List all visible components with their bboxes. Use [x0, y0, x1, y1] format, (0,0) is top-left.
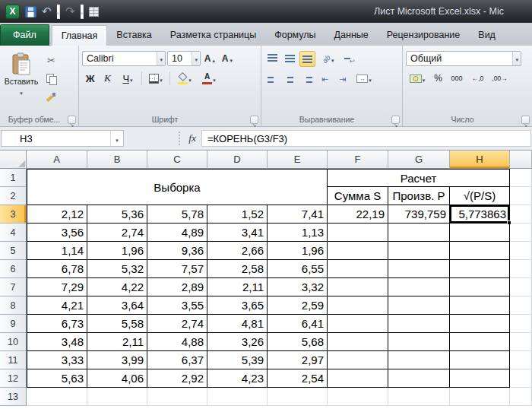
- cell-B8[interactable]: 3,64: [87, 296, 147, 315]
- fill-handle[interactable]: [507, 220, 511, 224]
- cell-I4[interactable]: [510, 224, 532, 242]
- cell-E5[interactable]: 1,96: [268, 242, 328, 260]
- cell-D3[interactable]: 1,52: [207, 205, 268, 224]
- cell-A5[interactable]: 1,14: [27, 242, 87, 260]
- cell-B11[interactable]: 3,99: [87, 351, 147, 369]
- cell-E3[interactable]: 7,41: [268, 205, 328, 224]
- redo-button[interactable]: ↷: [65, 6, 75, 17]
- cell-E9[interactable]: 6,41: [268, 315, 328, 333]
- tab-file[interactable]: Файл: [0, 24, 49, 46]
- cell-F8[interactable]: [328, 296, 388, 315]
- increase-indent-button[interactable]: [334, 71, 350, 87]
- tab-formulas[interactable]: Формулы: [265, 26, 325, 46]
- undo-button[interactable]: ↶: [42, 6, 52, 17]
- cell-F11[interactable]: [328, 351, 388, 369]
- row-header-3[interactable]: 3: [0, 205, 27, 224]
- cell-A4[interactable]: 3,56: [27, 224, 87, 242]
- calc-label-0[interactable]: Сумма S: [328, 187, 388, 205]
- formula-input[interactable]: =КОРЕНЬ(G3/F3): [201, 130, 531, 147]
- tab-page-layout[interactable]: Разметка страницы: [161, 26, 265, 46]
- accounting-format-button[interactable]: [406, 71, 429, 87]
- cell-B3[interactable]: 5,36: [87, 205, 147, 224]
- cell-D11[interactable]: 5,39: [207, 351, 268, 369]
- cell-D4[interactable]: 3,41: [207, 224, 268, 242]
- percent-style-button[interactable]: %: [430, 71, 446, 87]
- cell-I12[interactable]: [510, 369, 532, 388]
- cell-G6[interactable]: [388, 260, 450, 278]
- cell-B5[interactable]: 1,96: [87, 242, 147, 260]
- cell-I10[interactable]: [510, 333, 532, 351]
- cell-D8[interactable]: 3,65: [207, 296, 268, 315]
- increase-font-button[interactable]: А: [202, 51, 218, 67]
- cell-C12[interactable]: 2,92: [147, 369, 207, 388]
- cell-A8[interactable]: 4,21: [27, 296, 87, 315]
- cell-D9[interactable]: 4,81: [207, 315, 268, 333]
- cell-B6[interactable]: 5,32: [87, 260, 147, 278]
- cell-F9[interactable]: [328, 315, 388, 333]
- cell-H7[interactable]: [450, 278, 510, 296]
- row-header-10[interactable]: 10: [0, 333, 27, 351]
- merge-center-button[interactable]: [352, 71, 376, 87]
- cell-F7[interactable]: [328, 278, 388, 296]
- cell-empty-5[interactable]: [328, 388, 388, 406]
- row-header-8[interactable]: 8: [0, 296, 27, 315]
- cell-I9[interactable]: [510, 315, 532, 333]
- cut-button[interactable]: ✂: [43, 52, 59, 68]
- cell-E10[interactable]: 5,68: [268, 333, 328, 351]
- select-all-button[interactable]: [0, 151, 27, 169]
- copy-button[interactable]: [43, 71, 59, 87]
- column-header-H[interactable]: H: [450, 151, 510, 169]
- number-dialog-launcher[interactable]: [521, 116, 530, 124]
- cell-F5[interactable]: [328, 242, 388, 260]
- align-left-button[interactable]: [264, 71, 280, 87]
- cell-H10[interactable]: [450, 333, 510, 351]
- cell-C5[interactable]: 9,36: [147, 242, 207, 260]
- decrease-decimal-button[interactable]: ,00→: [489, 71, 510, 87]
- cell-empty-3[interactable]: [207, 388, 268, 406]
- cell-H6[interactable]: [450, 260, 510, 278]
- insert-function-button[interactable]: fx: [183, 132, 201, 144]
- cell-E6[interactable]: 6,55: [268, 260, 328, 278]
- cell-B4[interactable]: 2,74: [87, 224, 147, 242]
- cell-C10[interactable]: 4,88: [147, 333, 207, 351]
- cell-B9[interactable]: 5,58: [87, 315, 147, 333]
- cell-I6[interactable]: [510, 260, 532, 278]
- cell-B10[interactable]: 2,11: [87, 333, 147, 351]
- alignment-dialog-launcher[interactable]: [391, 116, 400, 124]
- row-header-9[interactable]: 9: [0, 315, 27, 333]
- tab-review[interactable]: Рецензирование: [378, 26, 470, 46]
- cell-F3[interactable]: 22,19: [328, 205, 388, 224]
- font-size-combo[interactable]: 10: [167, 51, 201, 66]
- decrease-indent-button[interactable]: [317, 71, 333, 87]
- cell-A6[interactable]: 6,78: [27, 260, 87, 278]
- cell-F10[interactable]: [328, 333, 388, 351]
- cell-G8[interactable]: [388, 296, 450, 315]
- cell-empty-1[interactable]: [87, 388, 147, 406]
- cell-G3[interactable]: 739,759: [388, 205, 450, 224]
- cell-E11[interactable]: 2,97: [268, 351, 328, 369]
- cell-H4[interactable]: [450, 224, 510, 242]
- cell-A7[interactable]: 7,29: [27, 278, 87, 296]
- row-header-6[interactable]: 6: [0, 260, 27, 278]
- save-button[interactable]: [25, 6, 36, 17]
- undo-dropdown-icon[interactable]: [57, 5, 61, 19]
- name-box[interactable]: H3: [1, 130, 124, 147]
- merged-cell-calc-header[interactable]: Расчет: [328, 169, 510, 187]
- cell-H3[interactable]: 5,773863: [450, 205, 510, 224]
- cell-G5[interactable]: [388, 242, 450, 260]
- align-bottom-button[interactable]: [299, 51, 315, 67]
- cell-empty-8[interactable]: [510, 388, 532, 406]
- row-header-4[interactable]: 4: [0, 224, 27, 242]
- tab-insert[interactable]: Вставка: [107, 26, 160, 46]
- cell-empty-2[interactable]: [147, 388, 207, 406]
- tab-home[interactable]: Главная: [52, 25, 108, 46]
- cell-I3[interactable]: [510, 205, 532, 224]
- cell-H12[interactable]: [450, 369, 510, 388]
- cell-I2[interactable]: [510, 187, 532, 205]
- font-name-combo[interactable]: Calibri: [82, 51, 166, 66]
- comma-style-button[interactable]: 000: [448, 71, 466, 87]
- row-header-1[interactable]: 1: [0, 169, 27, 187]
- column-header-E[interactable]: E: [268, 151, 328, 169]
- cell-C7[interactable]: 2,89: [147, 278, 207, 296]
- cell-A3[interactable]: 2,12: [27, 205, 87, 224]
